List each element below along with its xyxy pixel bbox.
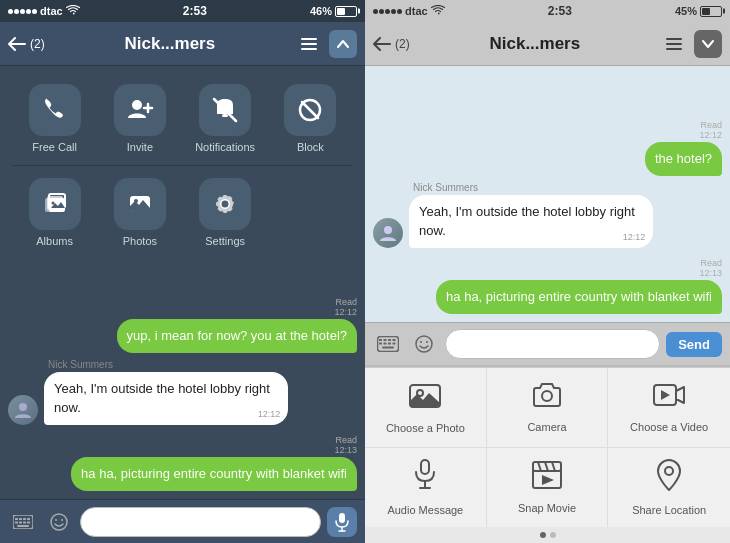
albums-label: Albums — [36, 235, 73, 247]
menu-icon-right[interactable] — [660, 30, 688, 58]
battery-fill-left — [337, 8, 345, 15]
signal-dot-4 — [26, 9, 31, 14]
emoji-button-right[interactable] — [409, 329, 439, 359]
svg-rect-20 — [15, 518, 18, 520]
back-arrow-icon-left — [8, 37, 26, 51]
signal-strength — [8, 9, 37, 14]
bubble-2-right: Yeah, I'm outside the hotel lobby right … — [409, 195, 653, 247]
left-chat-area: Read12:12 yup, i mean for now? you at th… — [0, 296, 365, 499]
left-phone: dtac 2:53 46% (2) — [0, 0, 365, 543]
svg-point-54 — [542, 391, 552, 401]
invite-label: Invite — [127, 141, 153, 153]
svg-rect-25 — [19, 521, 22, 523]
send-button[interactable]: Send — [666, 332, 722, 357]
menu-icon-left[interactable] — [295, 30, 323, 58]
right-nav-bar: (2) Nick...mers — [365, 22, 730, 66]
bubble-2-left: Yeah, I'm outside the hotel lobby right … — [44, 372, 288, 424]
left-status-bar: dtac 2:53 46% — [0, 0, 365, 22]
choose-photo-label: Choose a Photo — [386, 422, 465, 434]
page-dot-2 — [550, 532, 556, 538]
menu-item-invite[interactable]: Invite — [105, 84, 175, 153]
battery-pct-left: 46% — [310, 5, 332, 17]
block-label: Block — [297, 141, 324, 153]
right-back-button[interactable]: (2) — [373, 37, 410, 51]
settings-icon-circle — [199, 178, 251, 230]
svg-rect-45 — [384, 343, 387, 345]
avatar-left — [8, 395, 38, 425]
location-icon — [657, 459, 681, 498]
left-nav-bar: (2) Nick...mers — [0, 22, 365, 66]
svg-rect-21 — [19, 518, 22, 520]
media-share-location[interactable]: Share Location — [608, 448, 730, 528]
message-input-left[interactable] — [80, 507, 321, 537]
camera-icon — [531, 382, 563, 415]
signal-dot-r4 — [391, 9, 396, 14]
message-input-right[interactable] — [445, 329, 660, 359]
sender-name-2-left: Nick Summers — [44, 359, 288, 370]
svg-marker-65 — [542, 475, 554, 485]
chevron-down-button[interactable] — [694, 30, 722, 58]
svg-point-16 — [134, 199, 138, 203]
back-count-left: (2) — [30, 37, 45, 51]
emoji-button-left[interactable] — [44, 507, 74, 537]
media-camera[interactable]: Camera — [487, 368, 609, 448]
left-msg-outgoing-1: Read12:12 yup, i mean for now? you at th… — [8, 296, 357, 353]
menu-divider — [12, 165, 353, 166]
person-silhouette-left — [13, 400, 33, 420]
keyboard-icon-left — [13, 515, 33, 529]
time-2-left: 12:12 — [258, 408, 281, 421]
albums-icon-circle — [29, 178, 81, 230]
left-msg-incoming-2: Nick Summers Yeah, I'm outside the hotel… — [8, 359, 357, 424]
svg-rect-40 — [379, 339, 382, 341]
svg-rect-47 — [393, 343, 396, 345]
time-right: 2:53 — [548, 4, 572, 18]
svg-rect-48 — [382, 347, 394, 349]
media-grid: Choose a Photo Camera — [365, 367, 730, 527]
svg-rect-0 — [301, 38, 317, 40]
block-icon-circle — [284, 84, 336, 136]
right-status-left: dtac — [373, 5, 445, 17]
chevron-down-icon — [702, 39, 714, 49]
right-status-right: 45% — [675, 5, 722, 17]
signal-dot-r2 — [379, 9, 384, 14]
signal-dot-3 — [20, 9, 25, 14]
camera-svg-icon — [531, 382, 563, 408]
right-msg-outgoing-3: Read12:13 ha ha, picturing entire countr… — [373, 256, 722, 314]
block-icon — [296, 96, 324, 124]
hamburger-icon-right — [666, 38, 682, 50]
media-audio[interactable]: Audio Message — [365, 448, 487, 528]
battery-icon-right — [700, 6, 722, 17]
right-msg-incoming-2: Nick Summers Yeah, I'm outside the hotel… — [373, 182, 722, 247]
left-back-button[interactable]: (2) — [8, 37, 45, 51]
svg-line-9 — [302, 102, 318, 118]
settings-label: Settings — [205, 235, 245, 247]
carrier-right: dtac — [405, 5, 428, 17]
person-silhouette-right — [378, 223, 398, 243]
carrier-left: dtac — [40, 5, 63, 17]
svg-rect-43 — [393, 339, 396, 341]
mic-button-left[interactable] — [327, 507, 357, 537]
media-choose-video[interactable]: Choose a Video — [608, 368, 730, 448]
menu-item-free-call[interactable]: Free Call — [20, 84, 90, 153]
gear-icon — [211, 190, 239, 218]
chevron-up-button[interactable] — [329, 30, 357, 58]
media-choose-photo[interactable]: Choose a Photo — [365, 368, 487, 448]
free-call-label: Free Call — [32, 141, 77, 153]
right-msg-outgoing-1: Read12:12 the hotel? — [373, 118, 722, 176]
menu-item-settings[interactable]: Settings — [190, 178, 260, 247]
battery-icon-left — [335, 6, 357, 17]
signal-dot-1 — [8, 9, 13, 14]
keyboard-button-right[interactable] — [373, 329, 403, 359]
menu-item-block[interactable]: Block — [275, 84, 345, 153]
bubble-wrap-2-right: Nick Summers Yeah, I'm outside the hotel… — [409, 182, 653, 247]
menu-item-photos[interactable]: Photos — [105, 178, 175, 247]
media-snap-movie[interactable]: Snap Movie — [487, 448, 609, 528]
keyboard-button-left[interactable] — [8, 507, 38, 537]
menu-item-albums[interactable]: Albums — [20, 178, 90, 247]
chevron-up-icon — [337, 39, 349, 49]
menu-item-notifications[interactable]: Notifications — [190, 84, 260, 153]
svg-rect-2 — [301, 48, 317, 50]
microphone-icon — [414, 459, 436, 491]
left-msg-outgoing-3: Read12:13 ha ha, picturing entire countr… — [8, 433, 357, 491]
svg-point-50 — [420, 341, 422, 343]
